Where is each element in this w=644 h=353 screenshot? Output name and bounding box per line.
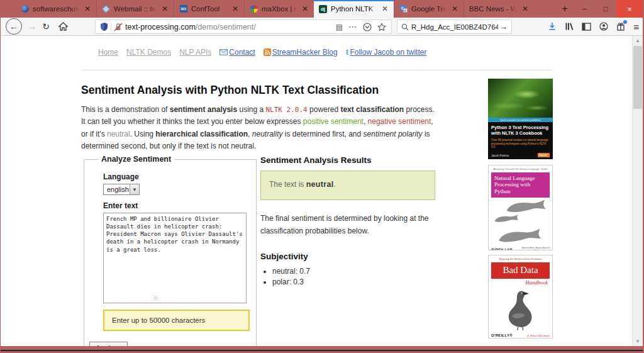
probability-item: polar: 0.3 bbox=[272, 277, 435, 286]
textarea-resize-handle[interactable] bbox=[153, 296, 158, 300]
tab-close-icon[interactable]: ✕ bbox=[160, 4, 170, 13]
tab-close-icon[interactable]: ✕ bbox=[450, 4, 460, 13]
maximize-button[interactable]: □ bbox=[595, 0, 616, 18]
nav-link-nlp-apis[interactable]: NLP APIs bbox=[179, 48, 211, 57]
book-title: Natural Language Processing with Python bbox=[491, 172, 550, 198]
downloads-icon[interactable] bbox=[548, 22, 557, 31]
scroll-up-arrow[interactable]: ▲ bbox=[633, 36, 643, 45]
browser-window: softwareschule.ch✕Webmail :: Inbox✕303Co… bbox=[0, 0, 644, 353]
tab-title: maXbox | maxbox bbox=[262, 5, 297, 13]
nav-link-home[interactable]: Home bbox=[98, 48, 118, 57]
close-button[interactable]: × bbox=[616, 0, 643, 18]
nav-link-contact[interactable]: Contact bbox=[219, 48, 255, 57]
forward-button[interactable]: → bbox=[26, 19, 38, 34]
nav-link-streamhacker-blog[interactable]: StreamHacker Blog bbox=[264, 48, 338, 57]
tab-close-icon[interactable]: ✕ bbox=[520, 4, 530, 13]
results-heading: Sentiment Analysis Results bbox=[260, 155, 435, 165]
django-icon: dj bbox=[319, 5, 327, 13]
chevron-down-icon[interactable]: ▼ bbox=[130, 184, 139, 194]
page-title: Sentiment Analysis with Python NLTK Text… bbox=[81, 84, 379, 97]
tab-title: BBC News - World XM bbox=[469, 5, 518, 13]
tab-strip: softwareschule.ch✕Webmail :: Inbox✕303Co… bbox=[16, 0, 534, 18]
tab-1[interactable]: Webmail :: Inbox✕ bbox=[96, 0, 174, 18]
search-bar[interactable]: → bbox=[397, 20, 512, 34]
tab-close-icon[interactable]: ✕ bbox=[300, 4, 310, 13]
sidebar-icon[interactable] bbox=[582, 23, 591, 31]
nav-link-follow-jacob-on-twitter[interactable]: tFollow Jacob on twitter bbox=[346, 47, 427, 57]
minimize-button[interactable]: – bbox=[574, 0, 595, 18]
library-icon[interactable] bbox=[565, 22, 574, 31]
search-input[interactable] bbox=[411, 23, 498, 31]
intro-segment: using a bbox=[237, 105, 265, 114]
intro-segment: sentiment polarity bbox=[364, 130, 423, 138]
character-limit-notice: Enter up to 50000 characters bbox=[103, 310, 250, 331]
analyze-button[interactable]: Analyze bbox=[89, 342, 128, 346]
publisher-logo: O'REILLY® bbox=[491, 248, 513, 250]
intro-segment: hierarchical classification bbox=[155, 130, 248, 138]
pocket-icon[interactable] bbox=[363, 23, 372, 31]
tab-0[interactable]: softwareschule.ch✕ bbox=[16, 0, 96, 18]
account-icon[interactable] bbox=[599, 22, 608, 31]
book-cover-nltk-cookbook[interactable]: Quick answers to common problems Python … bbox=[488, 79, 553, 159]
result-suffix: . bbox=[333, 180, 335, 189]
scrollbar-thumb[interactable] bbox=[633, 46, 642, 109]
url-bar[interactable]: text-processing.com/demo/sentiment/ ▤ ⋯ bbox=[95, 20, 392, 34]
urlbar-actions: ▤ ⋯ bbox=[336, 22, 391, 31]
conftool-icon: 303 bbox=[179, 5, 187, 13]
book-author: Q. Ethan McCallum bbox=[527, 334, 550, 337]
scroll-down-arrow[interactable]: ▼ bbox=[633, 337, 643, 346]
vertical-scrollbar[interactable]: ▲ ▼ bbox=[632, 36, 643, 346]
notification-dot bbox=[623, 20, 627, 24]
book-cover-nlp-with-python[interactable]: Analyzing Text with the Natural Language… bbox=[488, 165, 553, 250]
book-cover-bad-data[interactable]: Mapping the World of Data Problems Bad D… bbox=[488, 255, 553, 339]
bookmark-star-icon[interactable] bbox=[377, 23, 386, 31]
whats-new-gift-icon[interactable] bbox=[616, 22, 625, 31]
text-input[interactable]: French MP and billionaire Olivier Dassau… bbox=[103, 213, 247, 303]
tab-close-icon[interactable]: ✕ bbox=[82, 4, 92, 13]
language-select[interactable]: english ▼ bbox=[103, 184, 140, 195]
search-icon bbox=[401, 23, 409, 31]
result-value: neutral bbox=[306, 180, 334, 189]
nav-link-label: StreamHacker Blog bbox=[272, 48, 338, 57]
whales-illustration bbox=[491, 198, 550, 247]
publisher-logo: O'REILLY® bbox=[491, 333, 513, 337]
result-explanation: The final sentiment is determined by loo… bbox=[260, 213, 435, 238]
navigation-toolbar: ← → ↻ text-processing.com/demo/sentiment… bbox=[1, 18, 643, 36]
reader-mode-icon[interactable]: ▤ bbox=[336, 23, 343, 31]
back-button[interactable]: ← bbox=[6, 18, 22, 35]
translate-icon: GA bbox=[399, 5, 408, 13]
window-bottom-border bbox=[1, 346, 643, 353]
tab-active[interactable]: djPython NLTK Sent✕ bbox=[314, 0, 394, 18]
tab-title: Google Translate bbox=[411, 5, 447, 13]
nav-link-nltk-demos[interactable]: NLTK Demos bbox=[126, 48, 171, 57]
book-cover-photo bbox=[488, 79, 553, 118]
book-title: Bad Data bbox=[491, 262, 550, 279]
probability-list: neutral: 0.7polar: 0.3 bbox=[260, 267, 435, 286]
book-strip: Quick answers to common problems bbox=[488, 118, 553, 122]
tab-2[interactable]: 303ConfTool✕ bbox=[174, 0, 244, 18]
twitter-icon: t bbox=[346, 47, 349, 57]
language-selected-value: english bbox=[104, 186, 130, 193]
home-icon bbox=[58, 22, 68, 31]
nav-link-label: Follow Jacob on twitter bbox=[350, 48, 426, 57]
home-button[interactable] bbox=[56, 19, 70, 34]
reload-button[interactable]: ↻ bbox=[40, 19, 52, 34]
new-tab-button[interactable]: + bbox=[557, 1, 573, 16]
tab-6[interactable]: BBC News - World XM✕ bbox=[464, 0, 534, 18]
toolbar-right-icons: ≡ bbox=[548, 19, 639, 34]
page-viewport: HomeNLTK DemosNLP APIsContactStreamHacke… bbox=[1, 36, 643, 346]
divider bbox=[81, 70, 553, 70]
tab-3[interactable]: maXbox | maxbox✕ bbox=[244, 0, 314, 18]
tab-close-icon[interactable]: ✕ bbox=[380, 4, 390, 13]
menu-icon[interactable]: ≡ bbox=[633, 21, 639, 32]
book-tagline: Mapping the World of Data Problems bbox=[491, 257, 550, 261]
search-go-icon[interactable]: → bbox=[499, 22, 508, 31]
tracking-shield-icon[interactable] bbox=[100, 22, 108, 31]
nav-link-label: Contact bbox=[229, 48, 255, 57]
intro-segment: positive sentiment bbox=[303, 117, 364, 126]
subjectivity-heading: Subjectivity bbox=[260, 252, 435, 261]
tab-5[interactable]: GAGoogle Translate✕ bbox=[394, 0, 464, 18]
probability-item: neutral: 0.7 bbox=[272, 267, 435, 276]
tab-close-icon[interactable]: ✕ bbox=[230, 4, 240, 13]
page-actions-icon[interactable]: ⋯ bbox=[348, 22, 357, 31]
